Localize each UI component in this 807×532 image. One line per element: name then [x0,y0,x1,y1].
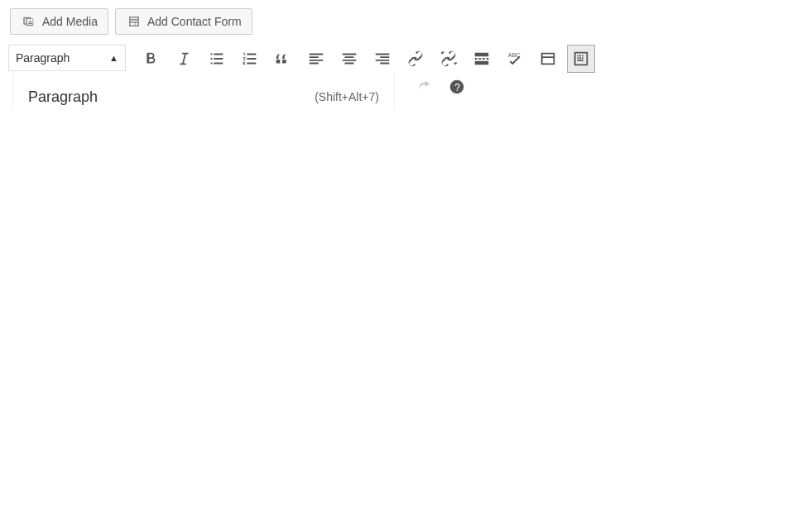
bold-button[interactable] [137,45,165,73]
format-dropdown-panel: Paragraph(Shift+Alt+7)Heading 1(Shift+Al… [12,73,395,109]
format-option-shortcut: (Shift+Alt+7) [315,90,379,103]
align-left-button[interactable] [302,45,330,73]
format-option-label: Paragraph [28,89,98,106]
media-icon [21,13,37,30]
triangle-up-icon: ▲ [109,53,118,63]
svg-text:?: ? [454,82,460,93]
form-icon [126,13,142,30]
italic-button[interactable] [170,45,198,73]
format-select[interactable]: Paragraph ▲ [8,45,126,71]
numbered-list-button[interactable] [236,45,264,73]
unlink-button[interactable] [435,45,463,73]
align-center-button[interactable] [335,45,363,73]
add-media-label: Add Media [42,15,98,28]
insert-link-button[interactable] [401,45,430,73]
toolbar-toggle-button[interactable] [567,45,595,73]
add-contact-form-button[interactable]: Add Contact Form [115,8,252,35]
bullet-list-button[interactable] [203,45,231,73]
insert-more-button[interactable] [468,45,496,73]
format-option-p[interactable]: Paragraph(Shift+Alt+7) [13,73,394,109]
align-right-button[interactable] [368,45,396,73]
blockquote-button[interactable] [269,45,297,73]
editor-area: Paragraph ▲ ABC ? [8,45,799,101]
editor-top-buttons: Add Media Add Contact Form [8,8,799,35]
toolbar-row-1: ABC [134,45,598,73]
fullscreen-button[interactable] [534,45,562,73]
add-contact-form-label: Add Contact Form [147,15,242,28]
spellcheck-button[interactable]: ABC [501,45,529,73]
help-button[interactable]: ? [443,73,471,101]
add-media-button[interactable]: Add Media [10,8,108,35]
redo-button[interactable] [410,73,438,101]
format-select-label: Paragraph [16,51,70,65]
